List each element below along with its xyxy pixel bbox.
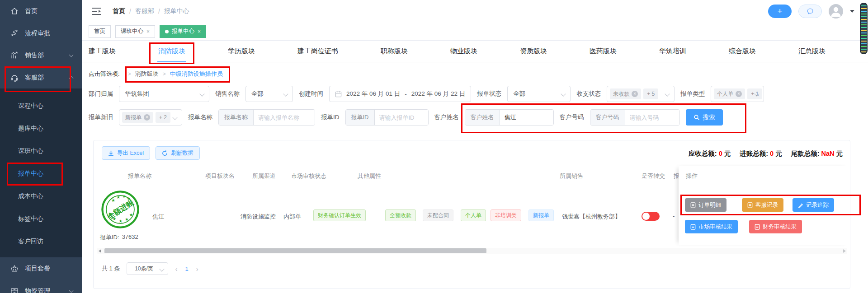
breadcrumb-home[interactable]: 首页	[113, 7, 125, 15]
report-status-select[interactable]: 全部	[507, 86, 571, 102]
sidebar-item-approval[interactable]: 流程审批	[0, 22, 82, 44]
filter-breadcrumb-label: 点击筛选项:	[89, 70, 120, 78]
tab-huizong[interactable]: 汇总版块	[798, 47, 826, 62]
report-age-multiselect[interactable]: 新报单 × + 2	[119, 109, 182, 126]
attribute-badge-paid: 全额收款	[385, 209, 416, 221]
chevron-down-icon	[69, 288, 74, 293]
scrollbar-thumb[interactable]	[104, 248, 486, 253]
finance-audit-result-button[interactable]: 财务审核结果	[749, 220, 802, 233]
cart-icon	[10, 264, 19, 273]
scroll-left-icon[interactable]	[99, 249, 101, 253]
close-icon[interactable]: ×	[198, 28, 201, 35]
tab-wuye[interactable]: 物业版块	[450, 47, 477, 62]
filter-crumb-operator[interactable]: 中级消防设施操作员	[170, 70, 223, 78]
tab-home[interactable]: 首页	[89, 25, 111, 38]
tab-jiangong-certificate[interactable]: 建工岗位证书	[297, 47, 338, 62]
total-unit: 元	[775, 150, 782, 157]
tab-huazhu[interactable]: 华筑培训	[659, 47, 686, 62]
tab-xiaofang[interactable]: 消防版块	[158, 47, 185, 62]
export-excel-button[interactable]: 导出 Excel	[102, 146, 150, 160]
tab-xueli[interactable]: 学历版块	[228, 47, 255, 62]
sidebar-item-label: 客户回访	[18, 237, 43, 246]
tab-class-center[interactable]: 课班中心 ×	[115, 25, 155, 38]
filter-row-2: 报单新旧 新报单 × + 2 报单名称 报单名称 报单ID 报单ID 客户姓名 …	[89, 108, 723, 126]
sidebar-collapse-icon[interactable]	[91, 7, 102, 16]
prev-page-icon[interactable]: ‹	[175, 265, 177, 273]
message-button[interactable]	[798, 5, 822, 18]
sidebar-item-materials[interactable]: 物资管理	[0, 280, 82, 293]
customer-name-prepend: 客户姓名	[465, 110, 500, 125]
side-widget-strip[interactable]	[860, 3, 868, 54]
sidebar-item-report-center[interactable]: 报单中心	[0, 163, 82, 185]
next-page-icon[interactable]: ›	[196, 265, 198, 273]
multiselect-tag-label: 个人单	[717, 90, 733, 98]
chevron-up-icon	[69, 76, 74, 80]
breadcrumb-report-center[interactable]: 报单中心	[164, 7, 189, 15]
sidebar-item-service-dept[interactable]: 客服部	[0, 66, 82, 88]
sidebar-item-question-bank[interactable]: 题库中心	[0, 117, 82, 140]
remove-tag-icon[interactable]: ×	[144, 114, 150, 121]
page-size-value: 10条/页	[135, 265, 153, 273]
date-start-value: 2022 年 06 月 01 日	[346, 90, 400, 98]
sales-name-select[interactable]: 全部	[245, 86, 293, 102]
order-detail-button[interactable]: 订单明细	[685, 198, 726, 212]
pen-icon	[798, 202, 803, 208]
remove-tag-icon[interactable]: ×	[736, 91, 742, 97]
sidebar-item-label: 首页	[25, 7, 38, 15]
sidebar-item-tag-center[interactable]: 标签中心	[0, 208, 82, 230]
customer-phone-input[interactable]	[625, 110, 679, 125]
refresh-data-button[interactable]: 刷新数据	[156, 146, 200, 160]
sidebar-item-label: 项目套餐	[25, 265, 50, 273]
sidebar-item-customer-followup[interactable]: 客户回访	[0, 230, 82, 253]
chevron-down-icon	[69, 52, 74, 57]
breadcrumb-service-dept[interactable]: 客服部	[135, 7, 154, 15]
page-number-1[interactable]: 1	[184, 265, 189, 272]
search-button[interactable]: 搜索	[686, 109, 723, 126]
report-id-prepend: 报单ID	[346, 110, 375, 125]
tab-report-center[interactable]: 报单中心 ×	[160, 25, 206, 38]
user-menu-caret-icon[interactable]	[850, 10, 854, 13]
tab-zonghe[interactable]: 综合版块	[729, 47, 756, 62]
customer-name-input[interactable]	[500, 110, 553, 125]
market-audit-result-button[interactable]: 市场审核结果	[685, 220, 738, 233]
tab-zhicheng[interactable]: 职称版块	[381, 47, 408, 62]
sidebar-item-label: 报单中心	[18, 170, 43, 178]
filter-crumb-xiaofang[interactable]: 消防版块	[135, 70, 159, 78]
remove-tag-icon[interactable]: ×	[632, 91, 638, 97]
tab-jiangong[interactable]: 建工版块	[89, 47, 116, 62]
pagination-total: 共 1 条	[102, 265, 120, 273]
tab-zizhi[interactable]: 资质版块	[520, 47, 547, 62]
audit-status-badge: 财务确认订单生效	[313, 209, 366, 221]
headset-icon	[10, 73, 19, 82]
sidebar-item-project-package[interactable]: 项目套餐	[0, 257, 82, 280]
cell-project: 消防设施监控	[241, 213, 276, 221]
sidebar-item-cost-center[interactable]: 成本中心	[0, 185, 82, 208]
tab-yiyao[interactable]: 医药版块	[590, 47, 617, 62]
add-button[interactable]: +	[768, 5, 792, 18]
navbar-actions: +	[768, 4, 854, 19]
user-avatar[interactable]	[829, 4, 843, 19]
search-button-label: 搜索	[703, 113, 715, 121]
report-name-input[interactable]	[254, 110, 315, 125]
close-icon[interactable]: ×	[146, 28, 150, 35]
table-toolbar: 导出 Excel 刷新数据	[102, 146, 200, 160]
pay-status-multiselect[interactable]: 未收款 × + 5	[607, 86, 675, 102]
scroll-right-icon[interactable]	[843, 249, 846, 253]
total-unit: 元	[724, 150, 731, 157]
chevron-right-icon: >	[163, 71, 166, 77]
chevron-right-icon: >	[128, 71, 131, 77]
page-size-select[interactable]: 10条/页	[127, 262, 168, 275]
dept-select[interactable]: 华筑集团	[119, 86, 209, 102]
sidebar-item-sales-dept[interactable]: 销售部	[0, 44, 82, 66]
sidebar-item-course-center[interactable]: 课程中心	[0, 95, 82, 117]
sidebar-item-home[interactable]: 首页	[0, 0, 82, 22]
refresh-icon	[162, 150, 168, 156]
record-trace-button[interactable]: 记录追踪	[793, 198, 834, 212]
horizontal-scrollbar[interactable]	[97, 248, 847, 254]
service-record-button[interactable]: 客服记录	[742, 198, 783, 212]
report-id-input[interactable]	[375, 110, 428, 125]
report-type-multiselect[interactable]: 个人单 × + 1	[711, 86, 764, 102]
date-range-picker[interactable]: 2022 年 06 月 01 日 - 2022 年 06 月 22 日	[329, 86, 471, 102]
sidebar-item-class-center[interactable]: 课班中心	[0, 140, 82, 163]
transfer-toggle[interactable]	[642, 212, 660, 221]
